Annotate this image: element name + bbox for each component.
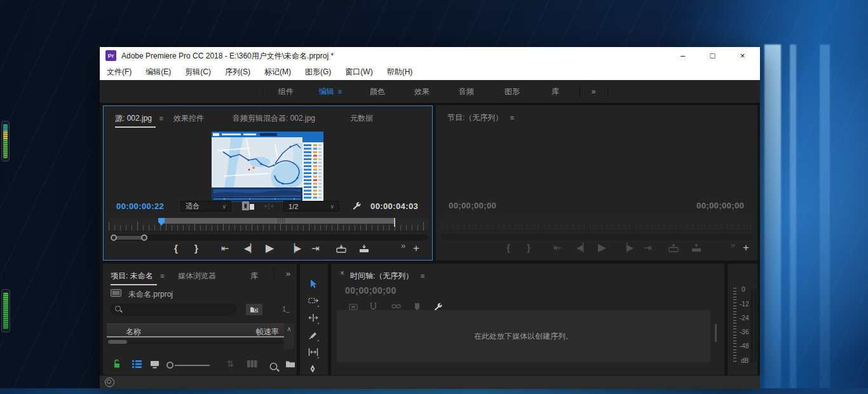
wallpaper-light-beam [764, 44, 781, 394]
tab-program[interactable]: 节目:（无序列） ≡ [447, 111, 514, 123]
menu-clip[interactable]: 剪辑(C) [185, 67, 211, 78]
sort-icons-button: ⇅ [227, 359, 234, 369]
pen-tool[interactable] [308, 364, 320, 376]
in-out-span-bar[interactable]: |||| [161, 218, 394, 224]
source-time-ruler[interactable]: |||| [109, 218, 428, 231]
workspace-tab-color[interactable]: 颜色 [355, 80, 400, 103]
slip-tool[interactable] [308, 348, 320, 359]
workspace-bar: 组件 编辑 ≡ 颜色 效果 音频 图形 库 » [100, 80, 760, 104]
program-zoom-scrollbar[interactable] [441, 234, 752, 240]
slider-knob[interactable] [166, 362, 173, 369]
meter-label: -24 [740, 315, 749, 322]
source-zoom-scrollbar[interactable] [109, 234, 428, 241]
ripple-edit-tool[interactable] [308, 313, 320, 325]
zoom-handle-right[interactable] [141, 234, 147, 241]
search-bin-button[interactable] [246, 304, 262, 315]
workspace-menu-icon[interactable]: ≡ [338, 88, 342, 95]
item-count-label: 1_ [282, 305, 290, 313]
settings-wrench-icon[interactable] [351, 201, 361, 210]
timeline-scrollbar-vertical[interactable] [715, 324, 717, 342]
source-preview-image[interactable] [212, 132, 323, 202]
window-title: Adobe Premiere Pro CC 2018 - E:\360用户文件\… [121, 51, 334, 62]
tab-libraries[interactable]: 库 [250, 269, 258, 282]
tab-audio-clip-mixer[interactable]: 音频剪辑混合器: 002.jpg [233, 112, 315, 124]
project-writable-lock-icon[interactable] [113, 359, 121, 369]
chevron-up-icon[interactable]: ∧ [287, 325, 291, 349]
menu-window[interactable]: 窗口(W) [345, 67, 372, 78]
workspace-tab-effects[interactable]: 效果 [400, 80, 444, 103]
playback-resolution-select[interactable]: 1/2 ∨ [283, 201, 339, 212]
project-file-label[interactable]: 未命名.prproj [128, 289, 173, 300]
tab-timeline[interactable]: 时间轴:（无序列） ≡ [350, 269, 424, 282]
list-header[interactable]: 名称 帧速率 [107, 323, 284, 337]
zoom-level-select[interactable]: 适合 ∨ [180, 201, 231, 212]
program-time-ruler[interactable] [441, 217, 752, 231]
tab-media-browser[interactable]: 媒体浏览器 [178, 269, 216, 282]
workspace-overflow-button[interactable]: » [580, 80, 607, 103]
tab-effect-controls[interactable]: 效果控件 [173, 112, 204, 124]
title-bar[interactable]: Pr Adobe Premiere Pro CC 2018 - E:\360用户… [100, 47, 760, 64]
minimize-button[interactable]: – [668, 47, 697, 64]
button-editor-button[interactable]: + [413, 242, 419, 255]
workspace-tab-libraries[interactable]: 库 [533, 80, 578, 103]
transport-overflow-button[interactable]: » [731, 240, 735, 250]
timeline-timecode[interactable]: 00;00;00;00 [345, 285, 397, 296]
tab-source[interactable]: 源: 002.jpg ≡ [115, 112, 163, 124]
audio-meters-panel[interactable]: 0 -12 -24 -36 -48 dB [728, 264, 757, 375]
tab-project[interactable]: 项目: 未命名 ≡ [111, 269, 165, 282]
step-back-button[interactable]: ◀▏ [244, 244, 257, 252]
track-select-forward-tool[interactable] [308, 296, 320, 308]
close-button[interactable]: × [728, 47, 757, 64]
transport-overflow-button[interactable]: » [401, 241, 405, 250]
column-name[interactable]: 名称 [126, 327, 141, 337]
out-point-marker[interactable] [394, 218, 395, 227]
source-current-timecode[interactable]: 00:00:00:22 [116, 201, 164, 211]
timeline-drop-zone[interactable]: 在此处放下媒体以创建序列。 [337, 310, 710, 362]
menu-file[interactable]: 文件(F) [107, 67, 132, 78]
menu-sequence[interactable]: 序列(S) [225, 67, 250, 78]
panel-menu-icon[interactable]: ≡ [160, 272, 164, 280]
go-to-in-button[interactable]: ⇤ [221, 243, 229, 253]
menu-markers[interactable]: 标记(M) [264, 67, 291, 78]
workspace-tab-editing[interactable]: 编辑 ≡ [308, 80, 353, 103]
menu-help[interactable]: 帮助(H) [387, 67, 413, 78]
list-scrollbar-vertical[interactable]: ∧ [284, 323, 294, 349]
mark-out-button[interactable]: } [194, 243, 198, 253]
wallpaper-light-beam [790, 44, 796, 394]
selection-tool[interactable] [308, 279, 320, 290]
button-editor-button[interactable]: + [743, 241, 749, 254]
go-to-out-button[interactable]: ⇥ [311, 243, 320, 253]
overwrite-button[interactable] [359, 245, 369, 253]
icon-view-button[interactable] [150, 360, 159, 369]
mark-in-button[interactable]: { [174, 243, 178, 253]
meter-bar-left [750, 289, 753, 362]
menu-graphics[interactable]: 图形(G) [305, 67, 331, 78]
timeline-panel: × 时间轴:（无序列） ≡ 00;00;00;00 [331, 264, 724, 375]
panel-menu-icon[interactable]: ≡ [510, 114, 514, 121]
search-input[interactable] [110, 303, 237, 316]
workspace-tab-graphics[interactable]: 图形 [490, 80, 534, 103]
close-tab-icon[interactable]: × [340, 269, 344, 278]
step-forward-button[interactable]: ▕▶ [288, 244, 301, 252]
maximize-button[interactable]: □ [698, 47, 727, 64]
list-scrollbar-horizontal[interactable] [107, 339, 284, 344]
zoom-handle-left[interactable] [111, 234, 117, 241]
scrollbar-thumb[interactable] [108, 340, 127, 344]
tab-metadata[interactable]: 元数据 [350, 112, 373, 124]
workspace-tab-assembly[interactable]: 组件 [264, 80, 308, 103]
list-view-button[interactable] [132, 360, 142, 368]
creative-cloud-icon[interactable] [105, 377, 114, 387]
insert-button[interactable] [336, 245, 346, 253]
column-frame-rate[interactable]: 帧速率 [256, 327, 279, 337]
play-button[interactable]: ▶ [266, 243, 274, 254]
zoom-slider[interactable] [166, 360, 211, 369]
razor-tool[interactable] [308, 330, 320, 342]
panel-menu-icon[interactable]: ≡ [421, 272, 424, 280]
menu-edit[interactable]: 编辑(E) [146, 67, 171, 78]
panel-overflow-button[interactable]: » [286, 269, 290, 278]
new-bin-button[interactable] [286, 360, 295, 367]
find-button[interactable] [270, 358, 278, 373]
drag-video-audio-icon[interactable] [242, 201, 255, 210]
workspace-tab-audio[interactable]: 音频 [444, 80, 489, 103]
panel-menu-icon[interactable]: ≡ [159, 114, 163, 122]
